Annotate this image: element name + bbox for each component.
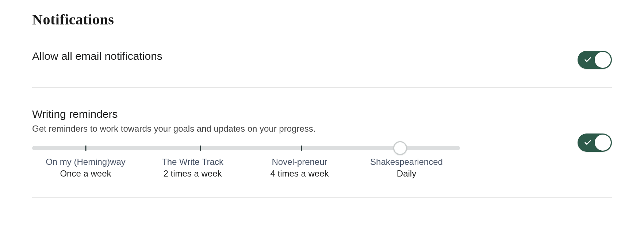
slider-option-3[interactable]: Shakespearienced Daily — [353, 157, 460, 179]
slider-option-sub: 4 times a week — [246, 169, 353, 179]
slider-option-sub: Daily — [353, 169, 460, 179]
slider-tick — [301, 146, 302, 151]
slider-option-title: Novel-preneur — [246, 157, 353, 167]
slider-option-title: Shakespearienced — [353, 157, 460, 167]
writing-reminders-heading: Writing reminders — [32, 108, 578, 120]
slider-option-0[interactable]: On my (Heming)way Once a week — [32, 157, 139, 179]
slider-option-sub: 2 times a week — [139, 169, 246, 179]
check-icon — [584, 56, 592, 64]
slider-labels: On my (Heming)way Once a week The Write … — [32, 157, 460, 179]
slider-option-title: On my (Heming)way — [32, 157, 139, 167]
writing-reminders-description: Get reminders to work towards your goals… — [32, 123, 578, 135]
slider-option-1[interactable]: The Write Track 2 times a week — [139, 157, 246, 179]
email-notifications-heading: Allow all email notifications — [32, 50, 578, 62]
section-email-notifications: Allow all email notifications — [32, 50, 612, 88]
slider-thumb[interactable] — [393, 141, 407, 155]
toggle-knob — [595, 135, 611, 151]
email-notifications-toggle[interactable] — [578, 51, 612, 69]
slider-option-sub: Once a week — [32, 169, 139, 179]
reminder-frequency-slider[interactable]: On my (Heming)way Once a week The Write … — [32, 146, 460, 179]
slider-option-2[interactable]: Novel-preneur 4 times a week — [246, 157, 353, 179]
writing-reminders-toggle[interactable] — [578, 133, 612, 152]
page-title: Notifications — [32, 11, 612, 28]
toggle-knob — [595, 52, 611, 68]
slider-track — [32, 146, 460, 150]
slider-option-title: The Write Track — [139, 157, 246, 167]
check-icon — [584, 139, 592, 147]
slider-tick — [85, 146, 86, 151]
slider-tick — [200, 146, 201, 151]
section-writing-reminders: Writing reminders Get reminders to work … — [32, 108, 612, 198]
